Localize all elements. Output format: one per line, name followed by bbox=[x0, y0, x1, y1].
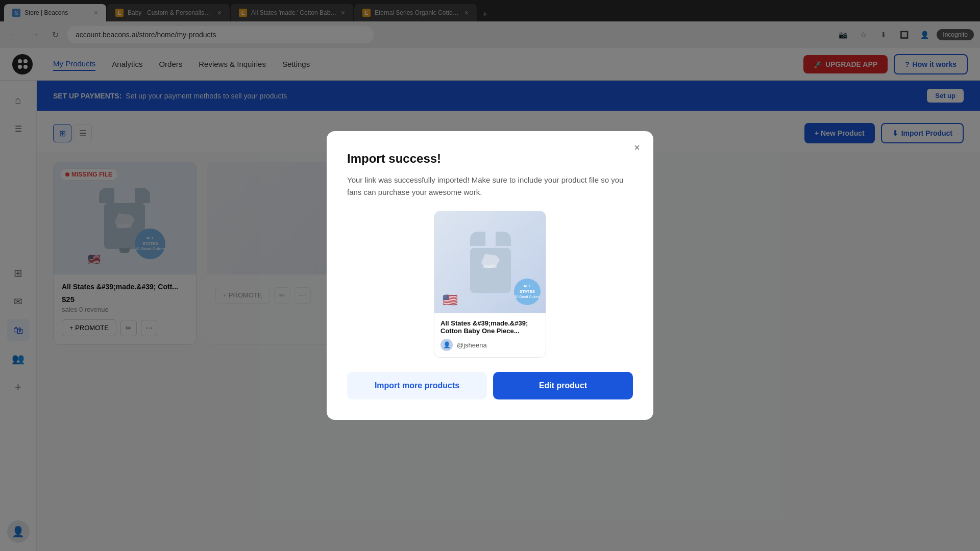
onesie-shoulder-left bbox=[470, 232, 485, 246]
preview-flag-icon: 🇺🇸 bbox=[443, 293, 458, 307]
preview-image: made. 🇺🇸 ALLSTATES10 Great Colors! bbox=[434, 211, 546, 313]
author-avatar: 👤 bbox=[440, 339, 453, 351]
preview-author: 👤 @jsheena bbox=[440, 339, 540, 351]
preview-info: All States &#39;made.&#39; Cotton Baby O… bbox=[434, 313, 546, 357]
onesie-shoulder-right bbox=[496, 232, 511, 246]
edit-product-button[interactable]: Edit product bbox=[493, 372, 633, 399]
modal-action-buttons: Import more products Edit product bbox=[347, 372, 633, 399]
onesie-body: made. bbox=[470, 248, 511, 293]
import-more-button[interactable]: Import more products bbox=[347, 372, 487, 399]
product-preview-card: made. 🇺🇸 ALLSTATES10 Great Colors! All S… bbox=[434, 211, 546, 358]
modal-overlay[interactable]: × Import success! Your link was successf… bbox=[0, 0, 980, 551]
modal-description: Your link was successfully imported! Mak… bbox=[347, 174, 633, 198]
made-text: made. bbox=[483, 263, 498, 269]
author-name: @jsheena bbox=[457, 341, 487, 349]
import-success-modal: × Import success! Your link was successf… bbox=[327, 131, 653, 420]
modal-title: Import success! bbox=[347, 152, 633, 166]
badge-text: ALLSTATES10 Great Colors! bbox=[514, 284, 540, 299]
modal-close-button[interactable]: × bbox=[629, 139, 645, 156]
browser-window: S Store | Beacons × E Baby - Custom & Pe… bbox=[0, 0, 980, 551]
preview-product-title: All States &#39;made.&#39; Cotton Baby O… bbox=[440, 319, 540, 335]
all-states-badge-preview: ALLSTATES10 Great Colors! bbox=[514, 279, 541, 305]
